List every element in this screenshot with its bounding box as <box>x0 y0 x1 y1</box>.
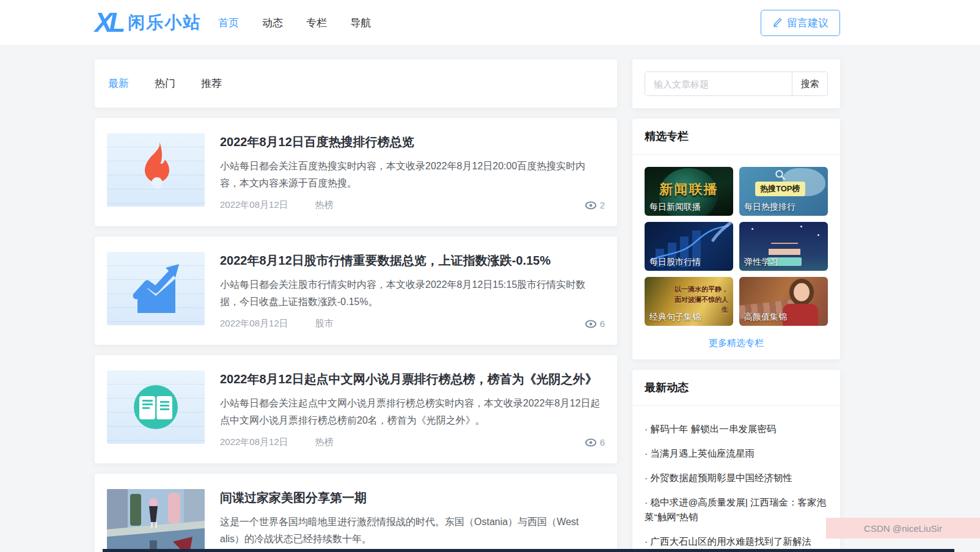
article-title[interactable]: 间谍过家家美图分享第一期 <box>220 489 605 506</box>
article-thumbnail[interactable] <box>107 489 205 552</box>
eye-icon <box>585 201 596 210</box>
article-meta: 2022年08月12日 热榜 2 <box>220 192 605 211</box>
tile-caption: 高颜值集锦 <box>744 312 787 323</box>
eye-icon <box>585 320 596 328</box>
tile-overlay-text: 以一滴水的平静，面对波澜不惊的人生 <box>672 284 728 315</box>
feedback-button-label: 留言建议 <box>787 16 828 30</box>
article-tag[interactable]: 股市 <box>315 318 334 329</box>
article-title[interactable]: 2022年8月12日百度热搜排行榜总览 <box>220 133 605 150</box>
top-navbar: XL 闲乐小站 首页 动态 专栏 导航 留言建议 <box>0 0 980 46</box>
latest-dynamics-card: 最新动态 · 解码十年 解锁出一串发展密码 · 当满月遇上英仙座流星雨 · 外贸… <box>632 370 840 552</box>
main-nav: 首页 动态 专栏 导航 <box>218 16 371 30</box>
site-title: 闲乐小站 <box>128 11 201 34</box>
star-icon <box>800 226 802 227</box>
tile-caption: 每日热搜排行 <box>744 202 795 213</box>
latest-item[interactable]: · 稳中求进@高质量发展| 江西瑞金：客家泡菜“触网”热销 <box>645 495 828 524</box>
portrait-icon <box>783 304 818 326</box>
search-button[interactable]: 搜索 <box>792 72 827 95</box>
article-thumbnail[interactable] <box>107 370 205 444</box>
footer-edge <box>103 549 954 552</box>
view-count: 6 <box>600 437 605 447</box>
tile-caption: 经典句子集锦 <box>649 312 701 323</box>
search-card: 搜索 <box>632 59 840 108</box>
anime-image <box>107 489 205 552</box>
logo-xl-icon: XL <box>95 9 122 36</box>
star-icon <box>751 228 753 230</box>
featured-tile-beauty[interactable]: 高颜值集锦 <box>739 277 828 326</box>
open-book-icon <box>107 370 205 444</box>
article-card[interactable]: 2022年8月12日百度热搜排行榜总览 小站每日都会关注百度热搜实时内容，本文收… <box>95 118 617 226</box>
portrait-icon <box>794 283 810 301</box>
article-thumbnail[interactable] <box>107 133 205 207</box>
latest-item[interactable]: · 当满月遇上英仙座流星雨 <box>645 446 828 461</box>
article-excerpt: 这是一个世界各国均暗地里进行激烈情报战的时代。东国（Ostania）与西国（We… <box>220 513 605 548</box>
latest-item[interactable]: · 广西大石山区的用水难题找到了新解法 <box>645 534 828 549</box>
latest-item[interactable]: · 外贸数据超预期彰显中国经济韧性 <box>645 471 828 485</box>
search-input[interactable] <box>645 72 792 95</box>
article-title[interactable]: 2022年8月12日股市行情重要数据总览，上证指数涨跌-0.15% <box>220 252 605 269</box>
article-excerpt: 小站每日都会关注百度热搜实时内容，本文收录2022年8月12日20:00百度热搜… <box>220 158 605 192</box>
featured-tile-learning[interactable]: 弹性学习 <box>739 222 828 271</box>
article-title[interactable]: 2022年8月12日起点中文网小说月票排行榜总榜，榜首为《光阴之外》 <box>220 370 605 388</box>
article-meta: 2022年08月12日 热榜 6 <box>220 429 605 448</box>
view-count: 2 <box>600 200 605 210</box>
featured-tile-stock[interactable]: 每日股市行情 <box>645 222 733 271</box>
featured-tile-hot-search[interactable]: 热搜TOP榜 每日热搜排行 <box>739 167 828 216</box>
stock-chart-icon <box>107 252 205 325</box>
article-date: 2022年08月12日 <box>220 318 288 329</box>
article-filter-tabs: 最新 热门 推荐 <box>95 59 617 108</box>
featured-tile-quotes[interactable]: 以一滴水的平静，面对波澜不惊的人生 经典句子集锦 <box>645 277 733 326</box>
article-excerpt: 小站每日都会关注股市行情实时内容，本文收录2022年8月12日15:15股市行情… <box>220 276 605 311</box>
article-card[interactable]: 2022年8月12日起点中文网小说月票排行榜总榜，榜首为《光阴之外》 小站每日都… <box>95 355 617 463</box>
article-tag[interactable]: 热榜 <box>315 436 334 448</box>
nav-item-home[interactable]: 首页 <box>218 16 239 30</box>
eye-icon <box>585 438 596 447</box>
fire-icon <box>107 133 205 207</box>
star-icon <box>817 234 819 236</box>
featured-columns-title: 精选专栏 <box>632 119 840 155</box>
csdn-watermark: CSDN @niceLiuSir <box>826 518 980 539</box>
nav-item-dynamics[interactable]: 动态 <box>262 16 283 30</box>
tile-overlay-text: 新闻联播 <box>645 180 733 199</box>
pen-icon <box>772 18 782 28</box>
nav-item-navigation[interactable]: 导航 <box>350 16 371 30</box>
tile-caption: 每日股市行情 <box>649 257 701 268</box>
nav-item-columns[interactable]: 专栏 <box>306 16 327 30</box>
tab-recommended[interactable]: 推荐 <box>201 76 222 90</box>
article-thumbnail[interactable] <box>107 252 205 325</box>
magnifier-icon <box>775 169 786 180</box>
tile-caption: 弹性学习 <box>744 257 778 268</box>
article-date: 2022年08月12日 <box>220 436 288 448</box>
article-excerpt: 小站每日都会关注起点中文网小说月票排行榜总榜实时内容，本文收录2022年8月12… <box>220 395 605 429</box>
tab-latest[interactable]: 最新 <box>108 76 129 90</box>
article-tag[interactable]: 热榜 <box>315 199 334 211</box>
featured-columns-card: 精选专栏 新闻联播 每日新闻联播 热搜TOP榜 每日热搜排行 <box>632 119 840 359</box>
article-meta: 2022年08月12日 股市 6 <box>220 311 605 329</box>
site-logo[interactable]: XL 闲乐小站 <box>95 9 201 36</box>
view-count: 6 <box>600 318 605 329</box>
featured-tile-news[interactable]: 新闻联播 每日新闻联播 <box>645 167 733 216</box>
feedback-button[interactable]: 留言建议 <box>761 10 840 36</box>
tile-caption: 每日新闻联播 <box>649 202 701 213</box>
tab-hot[interactable]: 热门 <box>155 76 175 90</box>
latest-item[interactable]: · 解码十年 解锁出一串发展密码 <box>645 422 828 436</box>
article-card[interactable]: 间谍过家家美图分享第一期 这是一个世界各国均暗地里进行激烈情报战的时代。东国（O… <box>95 474 617 552</box>
article-card[interactable]: 2022年8月12日股市行情重要数据总览，上证指数涨跌-0.15% 小站每日都会… <box>95 237 617 345</box>
more-featured-link[interactable]: 更多精选专栏 <box>632 329 840 359</box>
tile-overlay-text: 热搜TOP榜 <box>755 182 805 196</box>
latest-dynamics-title: 最新动态 <box>632 370 840 406</box>
article-date: 2022年08月12日 <box>220 199 288 211</box>
